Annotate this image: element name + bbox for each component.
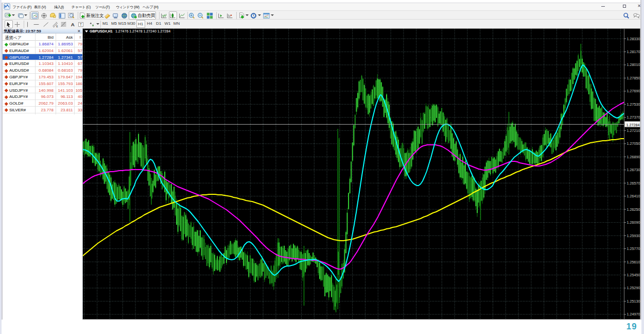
- svg-text:1.27050: 1.27050: [627, 141, 640, 146]
- svg-text:1.28170: 1.28170: [627, 49, 640, 54]
- svg-text:1.25610: 1.25610: [627, 260, 640, 264]
- svg-text:1.25290: 1.25290: [627, 286, 640, 290]
- svg-text:1.27284: 1.27284: [626, 123, 640, 127]
- svg-text:1.26250: 1.26250: [627, 207, 640, 212]
- svg-text:1.27530: 1.27530: [627, 102, 640, 107]
- svg-text:1.26090: 1.26090: [627, 220, 640, 225]
- svg-text:1.26570: 1.26570: [627, 181, 640, 186]
- svg-text:1.27850: 1.27850: [627, 76, 640, 80]
- svg-text:1.26410: 1.26410: [627, 194, 640, 198]
- svg-text:1.26730: 1.26730: [627, 168, 640, 172]
- svg-text:1.28010: 1.28010: [627, 62, 640, 67]
- svg-text:1.27370: 1.27370: [627, 115, 640, 120]
- svg-text:1.25930: 1.25930: [627, 233, 640, 238]
- svg-text:1.28330: 1.28330: [627, 37, 640, 41]
- svg-text:1.27690: 1.27690: [627, 89, 640, 93]
- svg-text:1.25770: 1.25770: [627, 246, 640, 251]
- svg-text:1.27476 1.27478 1.27240 1.2728: 1.27476 1.27478 1.27240 1.27284: [115, 29, 170, 33]
- svg-text:1.25130: 1.25130: [627, 299, 640, 304]
- svg-text:1.25450: 1.25450: [627, 273, 640, 277]
- svg-text:1.26890: 1.26890: [627, 155, 640, 159]
- svg-text:GBPUSD#,H1: GBPUSD#,H1: [90, 29, 113, 34]
- svg-text:1.24970: 1.24970: [627, 312, 640, 316]
- svg-text:1.27210: 1.27210: [627, 128, 640, 133]
